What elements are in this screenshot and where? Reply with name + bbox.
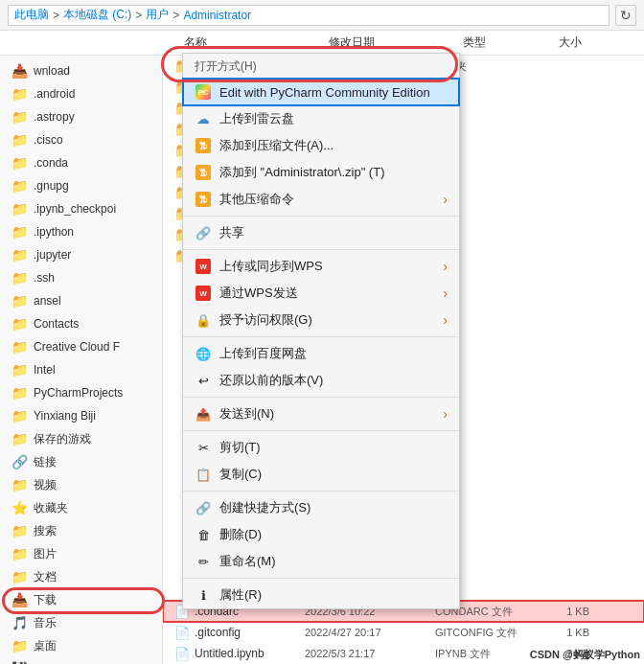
sidebar-item-conda[interactable]: 📁 .conda [0,151,162,174]
folder-icon: 📁 [12,109,28,125]
sidebar-item-label: 下载 [34,592,57,608]
cm-add-zip[interactable]: 🗜 添加到 "Administrator\.zip" (T) [183,159,459,186]
folder-icon: 📁 [12,201,28,217]
col-header-type[interactable]: 类型 [455,34,551,51]
cm-sep2 [183,249,459,250]
sidebar-item-music[interactable]: 🎵 音乐 [0,611,162,634]
sidebar-item-intel[interactable]: 📁 Intel [0,358,162,381]
sidebar-item-favorites[interactable]: ⭐ 收藏夹 [0,496,162,519]
path-part-3[interactable]: 用户 [146,7,169,23]
arrow-icon: › [443,286,448,301]
file-type: IPYNB 文件 [435,647,526,661]
col-header-size[interactable]: 大小 [551,34,618,51]
cm-properties[interactable]: ℹ 属性(R) [183,582,459,608]
sidebar-item-label: 文档 [34,569,57,585]
folder-icon: 📁 [12,477,28,492]
path-part-2[interactable]: 本地磁盘 (C:) [63,7,131,23]
cm-upload-wps-label: 上传或同步到WPS [219,258,435,275]
cm-pycharm[interactable]: PC Edit with PyCharm Community Edition [183,79,459,105]
sep1: > [53,9,59,22]
star-icon: ⭐ [12,500,28,515]
cm-upload-baidu[interactable]: 🌐 上传到百度网盘 [183,340,459,367]
baidu-icon: 🌐 [195,345,212,362]
send-icon: 📤 [195,405,212,423]
download2-icon: 📥 [12,592,28,607]
sidebar-item-ipynb[interactable]: 📁 .ipynb_checkpoi [0,197,162,220]
address-bar: 此电脑 > 本地磁盘 (C:) > 用户 > Administrator ↻ [0,0,644,31]
cm-grant-access[interactable]: 🔒 授予访问权限(G) › [183,307,459,333]
sidebar-item-download[interactable]: 📥 wnload [0,59,162,82]
sidebar-item-desktop[interactable]: 📁 桌面 [0,634,162,657]
sidebar-item-ssh[interactable]: 📁 .ssh [0,266,162,289]
file-date: 2022/4/27 20:17 [305,627,429,638]
sidebar-item-video[interactable]: 📁 视频 [0,473,162,496]
sidebar-item-documents[interactable]: 📁 文档 [0,565,162,588]
file-row-gitconfig[interactable]: 📄 .gitconfig 2022/4/27 20:17 GITCONFIG 文… [163,622,644,643]
folder-icon: 📁 [12,408,28,424]
cm-rename[interactable]: ✏ 重命名(M) [183,548,459,575]
sidebar-item-search[interactable]: 📁 搜索 [0,519,162,542]
watermark: CSDN @蚂蚁学Python [530,648,640,662]
cm-copy[interactable]: 📋 复制(C) [183,461,459,488]
refresh-button[interactable]: ↻ [615,5,636,26]
arrow-icon: › [443,406,448,422]
sidebar-item-label: PyCharmProjects [34,386,123,400]
sidebar-item-astropy[interactable]: 📁 .astropy [0,105,162,128]
sidebar-item-yinxiang[interactable]: 📁 Yinxiang Biji [0,404,162,427]
cm-send-wps[interactable]: W 通过WPS发送 › [183,280,459,307]
cm-cut[interactable]: ✂ 剪切(T) [183,434,459,461]
sidebar-item-cisco[interactable]: 📁 .cisco [0,128,162,151]
scissors-icon: ✂ [195,439,212,456]
sidebar-item-downloads[interactable]: 📥 下载 [0,588,162,611]
cm-upload-baidu-label: 上传到百度网盘 [219,345,448,362]
sidebar-item-gnupg[interactable]: 📁 .gnupg [0,174,162,197]
address-path[interactable]: 此电脑 > 本地磁盘 (C:) > 用户 > Administrator [8,5,610,26]
sidebar-item-links[interactable]: 🔗 链接 [0,450,162,473]
sidebar-item-saved-games[interactable]: 📁 保存的游戏 [0,427,162,450]
cm-upload-wps[interactable]: W 上传或同步到WPS › [183,253,459,280]
sidebar-item-label: 桌面 [34,638,57,654]
sidebar-item-jupyter[interactable]: 📁 .jupyter [0,243,162,266]
path-part-1[interactable]: 此电脑 [14,7,49,23]
cm-other-compress[interactable]: 🗜 其他压缩命令 › [183,186,459,213]
arrow-icon: › [443,192,448,207]
cm-add-archive-label: 添加到压缩文件(A)... [219,137,448,154]
cm-shortcut[interactable]: 🔗 创建快捷方式(S) [183,494,459,521]
folder-icon: 📁 [12,224,28,240]
copy-icon: 📋 [195,466,212,483]
sidebar-item-contacts[interactable]: 📁 Contacts [0,312,162,335]
folder-icon: 📁 [12,339,28,355]
cm-add-archive[interactable]: 🗜 添加到压缩文件(A)... [183,132,459,159]
sidebar-item-ansel[interactable]: 📁 ansel [0,289,162,312]
col-header-date[interactable]: 修改日期 [321,34,455,51]
cm-upload-cloud[interactable]: ☁ 上传到雷云盘 [183,105,459,132]
cm-share[interactable]: 🔗 共享 [183,219,459,246]
sidebar-item-creative-cloud[interactable]: 📁 Creative Cloud F [0,335,162,358]
sidebar-item-c-drive[interactable]: 💾 (C:) [0,657,162,664]
cm-sendto[interactable]: 📤 发送到(N) › [183,401,459,427]
cm-delete[interactable]: 🗑 删除(D) [183,521,459,548]
folder-icon: 📁 [12,293,28,309]
file-name-text: .gitconfig [195,626,241,639]
sidebar-item-label: .ipython [34,225,74,239]
sidebar-item-android[interactable]: 📁 .android [0,82,162,105]
sidebar-item-pycharm[interactable]: 📁 PyCharmProjects [0,381,162,404]
explorer-window: 此电脑 > 本地磁盘 (C:) > 用户 > Administrator ↻ 名… [0,0,644,664]
sidebar-item-label: Yinxiang Biji [34,409,96,423]
folder-icon: 📁 [12,316,28,332]
file-name-text: Untitled.ipynb [195,647,264,660]
cm-restore[interactable]: ↩ 还原以前的版本(V) [183,367,459,394]
share-icon: 🔗 [195,224,212,241]
sidebar-item-label: 视频 [34,477,57,493]
sidebar-item-pictures[interactable]: 📁 图片 [0,542,162,565]
cm-properties-label: 属性(R) [219,586,448,604]
wps2-icon: W [195,285,212,302]
col-header-name[interactable]: 名称 [172,34,321,51]
sidebar-item-ipython[interactable]: 📁 .ipython [0,220,162,243]
cm-restore-label: 还原以前的版本(V) [219,372,448,389]
folder-icon: 📁 [12,86,28,102]
folder-icon: 📁 [12,385,28,401]
folder-icon: 📁 [12,546,28,561]
path-part-4[interactable]: Administrator [183,9,251,22]
cm-add-zip-label: 添加到 "Administrator\.zip" (T) [219,164,448,181]
